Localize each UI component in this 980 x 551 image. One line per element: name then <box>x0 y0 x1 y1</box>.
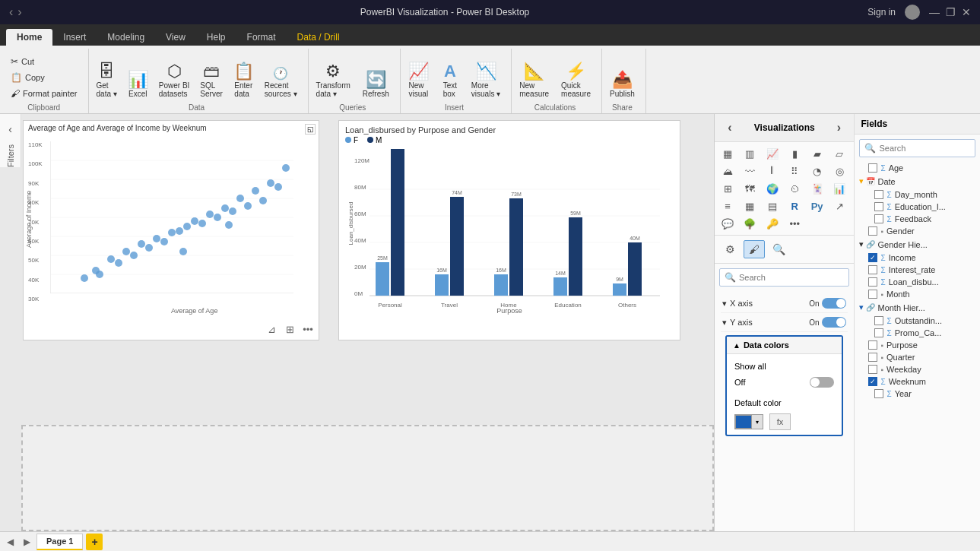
format-build-icon[interactable]: ⚙ <box>719 240 741 258</box>
new-measure-button[interactable]: 📐 Newmeasure <box>515 60 553 101</box>
off-toggle[interactable] <box>810 377 834 388</box>
y-axis-chevron[interactable]: ▾ <box>722 318 727 328</box>
new-visual-button[interactable]: 📈 Newvisual <box>404 60 433 101</box>
viz-icon-speech[interactable]: 💬 <box>718 215 737 232</box>
group-expand-gender-hier[interactable]: ▾ <box>859 239 864 249</box>
field-group-date[interactable]: ▾ 📅 Date <box>856 174 978 188</box>
enter-data-button[interactable]: 📋 Enterdata <box>229 60 258 101</box>
scatter-chart[interactable]: Average of Age and Average of Income by … <box>23 120 319 340</box>
fx-button[interactable]: fx <box>769 413 791 430</box>
viz-icon-arrow[interactable]: ↗ <box>829 198 849 214</box>
viz-icon-stacked2[interactable]: ▱ <box>829 145 849 162</box>
field-check-income[interactable]: ✓ <box>868 253 877 262</box>
back-btn[interactable]: ‹ <box>9 5 13 19</box>
viz-icon-more[interactable]: ••• <box>785 215 804 232</box>
viz-icon-bar2[interactable]: ▥ <box>740 145 760 162</box>
close-btn[interactable]: ✕ <box>962 6 971 18</box>
field-check-outstanding[interactable] <box>874 316 883 325</box>
field-item-interest[interactable]: Σ Interest_rate <box>856 264 978 276</box>
scatter-more-btn[interactable]: ••• <box>300 321 316 337</box>
viz-icon-treemap[interactable]: ⊞ <box>718 180 737 197</box>
filters-label[interactable]: Filters <box>6 144 15 167</box>
tab-help[interactable]: Help <box>196 29 236 46</box>
window-controls[interactable]: — ❐ ✕ <box>929 6 971 18</box>
field-check-purpose[interactable] <box>868 340 877 350</box>
viz-icon-area[interactable]: ⛰ <box>718 163 737 179</box>
add-page-btn[interactable]: + <box>86 534 103 550</box>
field-item-outstanding[interactable]: Σ Outstandin... <box>856 315 978 327</box>
viz-icon-map[interactable]: 🗺 <box>740 180 760 197</box>
scatter-focus-btn[interactable]: ⊞ <box>282 321 297 337</box>
powerbi-datasets-button[interactable]: ⬡ Power BIdatasets <box>154 60 195 101</box>
viz-icon-kpi[interactable]: 📊 <box>829 180 849 197</box>
excel-button[interactable]: 📊 Excel <box>123 68 153 101</box>
x-axis-toggle[interactable] <box>822 298 846 309</box>
field-item-gender[interactable]: ▪ Gender <box>856 225 978 237</box>
field-item-day-month[interactable]: Σ Day_month <box>856 188 978 201</box>
publish-button[interactable]: 📤 Publish <box>605 68 639 101</box>
field-check-interest[interactable] <box>868 265 877 274</box>
scatter-controls[interactable]: ◱ <box>305 124 316 135</box>
tab-home[interactable]: Home <box>6 29 52 46</box>
field-check-feedback[interactable] <box>874 214 883 223</box>
format-painter-button[interactable]: 🖌 Format painter <box>6 86 82 101</box>
transform-data-button[interactable]: ⚙ Transformdata ▾ <box>312 60 355 101</box>
field-item-purpose[interactable]: ▪ Purpose <box>856 339 978 351</box>
scatter-expand-btn[interactable]: ◱ <box>305 124 316 135</box>
more-visuals-button[interactable]: 📉 Morevisuals ▾ <box>467 60 505 101</box>
nav-controls[interactable]: ‹ › <box>9 5 22 19</box>
viz-icon-map2[interactable]: 🌍 <box>763 180 782 197</box>
field-item-income[interactable]: ✓ Σ Income <box>856 252 978 264</box>
viz-icon-scatter[interactable]: ⠿ <box>785 163 804 179</box>
field-item-year[interactable]: Σ Year <box>856 388 978 400</box>
x-axis-chevron[interactable]: ▾ <box>722 299 727 309</box>
field-item-education[interactable]: Σ Education_I... <box>856 201 978 213</box>
page-prev-btn[interactable]: ◀ <box>3 535 17 549</box>
viz-icon-key-inf[interactable]: 🔑 <box>763 215 782 232</box>
viz-icon-line[interactable]: 📈 <box>763 145 782 162</box>
viz-icon-bar[interactable]: ▦ <box>718 145 737 162</box>
viz-next-btn[interactable]: › <box>829 119 848 137</box>
tab-format[interactable]: Format <box>236 29 287 46</box>
text-box-button[interactable]: A Textbox <box>436 60 464 101</box>
format-analytics-icon[interactable]: 🔍 <box>768 240 789 258</box>
viz-icon-matrix[interactable]: ▤ <box>763 198 782 214</box>
data-colors-chevron[interactable]: ▲ <box>733 341 741 350</box>
field-check-month[interactable] <box>868 290 877 299</box>
data-colors-header[interactable]: ▲ Data colors <box>727 337 842 354</box>
scatter-toolbar[interactable]: ⊿ ⊞ ••• <box>264 321 316 337</box>
field-item-loan[interactable]: Σ Loan_disbu... <box>856 276 978 288</box>
viz-icon-ribbon[interactable]: 〰 <box>740 163 760 179</box>
get-data-button[interactable]: 🗄 Getdata ▾ <box>92 60 122 101</box>
field-check-education[interactable] <box>874 202 883 211</box>
bar-chart[interactable]: Loan_disbursed by Purpose and Gender F M… <box>338 120 680 340</box>
field-check-weeknum[interactable]: ✓ <box>868 377 877 386</box>
viz-prev-btn[interactable]: ‹ <box>721 119 739 137</box>
tab-insert[interactable]: Insert <box>52 29 97 46</box>
color-dropdown-btn[interactable]: ▾ <box>752 415 763 429</box>
field-check-day-month[interactable] <box>874 190 883 199</box>
tab-view[interactable]: View <box>155 29 196 46</box>
field-check-promo[interactable] <box>874 328 883 337</box>
viz-icon-slicer[interactable]: ≡ <box>718 198 737 214</box>
field-check-quarter[interactable] <box>868 353 877 362</box>
field-check-gender[interactable] <box>868 226 877 236</box>
field-check-age[interactable] <box>868 163 877 173</box>
cut-button[interactable]: ✂ Cut <box>6 54 82 69</box>
field-item-age[interactable]: Σ Age <box>856 162 978 174</box>
viz-icon-gauge[interactable]: ⏲ <box>785 180 804 197</box>
viz-icon-pie[interactable]: ◔ <box>807 163 827 179</box>
viz-icon-donut[interactable]: ◎ <box>829 163 849 179</box>
quick-measure-button[interactable]: ⚡ Quickmeasure <box>557 60 595 101</box>
viz-icon-stacked[interactable]: ▰ <box>807 145 827 162</box>
field-group-gender-hier[interactable]: ▾ 🔗 Gender Hie... <box>856 237 978 252</box>
field-item-weekday[interactable]: ▪ Weekday <box>856 363 978 375</box>
tab-modeling[interactable]: Modeling <box>97 29 155 46</box>
tab-data-drill[interactable]: Data / Drill <box>287 29 350 46</box>
sign-in-btn[interactable]: Sign in <box>867 7 896 17</box>
field-item-weeknum[interactable]: ✓ Σ Weeknum <box>856 375 978 388</box>
minimize-btn[interactable]: — <box>929 6 940 18</box>
filters-chevron[interactable]: ‹ <box>2 120 20 138</box>
viz-icon-col[interactable]: ▮ <box>785 145 804 162</box>
restore-btn[interactable]: ❐ <box>946 6 956 18</box>
